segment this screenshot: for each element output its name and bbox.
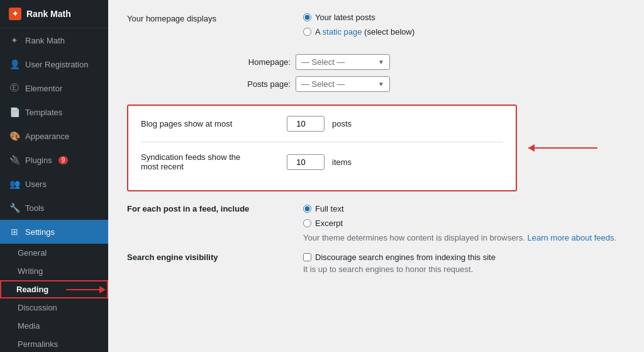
sidebar-sub-item-writing-label: Writing: [18, 266, 43, 276]
homepage-select-row: Homepage: — Select — ▼: [127, 54, 625, 70]
homepage-dropdown-chevron: ▼: [378, 59, 384, 65]
sidebar-sub-item-writing[interactable]: Writing: [0, 262, 108, 280]
main-content: Your homepage displays Your latest posts…: [108, 0, 644, 352]
blog-pages-unit: posts: [332, 119, 352, 128]
posts-page-dropdown[interactable]: — Select — ▼: [296, 76, 390, 92]
static-page-row: A static page (select below): [303, 27, 625, 37]
highlight-box: Blog pages show at most posts Syndicatio…: [127, 105, 517, 191]
feed-include-row: For each post in a feed, include Full te…: [127, 204, 625, 242]
sidebar-item-settings[interactable]: ⊞ Settings: [0, 220, 108, 244]
plugins-badge: 9: [58, 156, 69, 164]
sidebar-item-tools-label: Tools: [25, 203, 44, 213]
full-text-radio[interactable]: [303, 205, 311, 213]
sidebar-item-user-registration[interactable]: 👤 User Registration: [0, 52, 108, 76]
latest-posts-radio[interactable]: [303, 13, 311, 21]
sidebar-item-plugins-label: Plugins: [25, 156, 52, 165]
sidebar-item-rank-math-label: Rank Math: [25, 36, 65, 45]
sidebar-item-appearance[interactable]: 🎨 Appearance: [0, 124, 108, 148]
search-engine-description: It is up to search engines to honor this…: [303, 264, 496, 274]
syndication-feeds-unit: items: [332, 157, 352, 167]
blog-pages-label: Blog pages show at most: [141, 119, 279, 128]
sidebar-item-elementor-label: Elementor: [25, 84, 62, 93]
sidebar-item-users[interactable]: 👥 Users: [0, 172, 108, 196]
sidebar-sub-item-reading-label: Reading: [16, 285, 48, 294]
sidebar-logo-label: Rank Math: [26, 9, 71, 19]
sidebar-logo[interactable]: ✦ Rank Math: [0, 0, 108, 28]
search-engine-label: Search engine visibility: [127, 253, 291, 262]
sidebar-item-appearance-label: Appearance: [25, 132, 69, 141]
excerpt-row: Excerpt: [303, 219, 616, 228]
sidebar-item-users-label: Users: [25, 179, 47, 189]
discourage-checkbox[interactable]: [303, 253, 311, 261]
tools-icon: 🔧: [9, 202, 20, 213]
feed-include-label: For each post in a feed, include: [127, 204, 291, 213]
arrow-head: [528, 144, 535, 152]
blog-pages-input[interactable]: [287, 116, 325, 132]
sidebar: ✦ Rank Math ✦ Rank Math 👤 User Registrat…: [0, 0, 108, 352]
syndication-feeds-input[interactable]: [287, 154, 325, 170]
feed-include-controls: Full text Excerpt Your theme determines …: [303, 204, 616, 242]
full-text-row: Full text: [303, 204, 616, 213]
sidebar-sub-item-media[interactable]: Media: [0, 317, 108, 335]
users-icon: 👥: [9, 178, 20, 190]
latest-posts-row: Your latest posts: [303, 13, 625, 22]
static-page-radio[interactable]: [303, 28, 311, 36]
posts-page-select-row: Posts page: — Select — ▼: [127, 76, 625, 92]
sidebar-item-user-registration-label: User Registration: [25, 60, 88, 69]
sidebar-sub-item-general[interactable]: General: [0, 244, 108, 262]
rank-math-logo-icon: ✦: [9, 8, 21, 20]
discourage-label[interactable]: Discourage search engines from indexing …: [315, 253, 496, 262]
posts-page-select-label: Posts page:: [127, 79, 291, 89]
plugins-icon: 🔌: [9, 154, 20, 166]
rank-math-icon: ✦: [9, 35, 20, 46]
elementor-icon: Ⓔ: [9, 82, 20, 94]
homepage-displays-label: Your homepage displays: [127, 13, 291, 23]
syndication-feeds-row: Syndication feeds show the most recent i…: [141, 152, 503, 171]
arrow-line: [528, 147, 597, 149]
static-page-link[interactable]: static page: [323, 27, 362, 37]
sidebar-sub-item-permalinks[interactable]: Permalinks: [0, 335, 108, 352]
settings-active-arrow: [104, 227, 108, 237]
discourage-checkbox-row: Discourage search engines from indexing …: [303, 253, 496, 262]
settings-icon: ⊞: [9, 226, 20, 237]
search-engine-controls: Discourage search engines from indexing …: [303, 253, 496, 274]
learn-more-link[interactable]: Learn more about feeds.: [528, 233, 617, 242]
homepage-displays-row: Your homepage displays Your latest posts…: [127, 13, 625, 42]
latest-posts-label[interactable]: Your latest posts: [315, 13, 375, 22]
templates-icon: 📄: [9, 106, 20, 118]
full-text-label[interactable]: Full text: [315, 204, 344, 213]
sidebar-sub-item-permalinks-label: Permalinks: [18, 339, 58, 349]
homepage-displays-controls: Your latest posts A static page (select …: [303, 13, 625, 42]
sidebar-sub-item-reading[interactable]: Reading: [0, 280, 108, 298]
sidebar-item-settings-label: Settings: [25, 227, 55, 237]
sidebar-item-plugins[interactable]: 🔌 Plugins 9: [0, 148, 108, 172]
sidebar-sub-item-general-label: General: [18, 248, 47, 258]
search-engine-row: Search engine visibility Discourage sear…: [127, 253, 625, 274]
sidebar-item-rank-math[interactable]: ✦ Rank Math: [0, 28, 108, 52]
blog-pages-row: Blog pages show at most posts: [141, 116, 503, 132]
static-page-label: A static page (select below): [315, 27, 414, 37]
sidebar-item-templates-label: Templates: [25, 108, 62, 117]
homepage-select-label: Homepage:: [127, 57, 291, 67]
user-registration-icon: 👤: [9, 59, 20, 70]
appearance-icon: 🎨: [9, 130, 20, 142]
sidebar-item-tools[interactable]: 🔧 Tools: [0, 196, 108, 220]
feed-description: Your theme determines how content is dis…: [303, 233, 616, 242]
sidebar-item-elementor[interactable]: Ⓔ Elementor: [0, 76, 108, 100]
box-arrow-annotation: [528, 147, 597, 149]
excerpt-radio[interactable]: [303, 219, 311, 227]
syndication-feeds-label: Syndication feeds show the most recent: [141, 152, 279, 171]
sidebar-item-templates[interactable]: 📄 Templates: [0, 100, 108, 124]
sidebar-sub-item-media-label: Media: [18, 321, 40, 331]
sidebar-sub-item-discussion-label: Discussion: [18, 303, 57, 312]
excerpt-label[interactable]: Excerpt: [315, 219, 343, 228]
sidebar-sub-item-discussion[interactable]: Discussion: [0, 298, 108, 317]
posts-page-dropdown-chevron: ▼: [378, 81, 384, 88]
homepage-dropdown[interactable]: — Select — ▼: [296, 54, 390, 70]
